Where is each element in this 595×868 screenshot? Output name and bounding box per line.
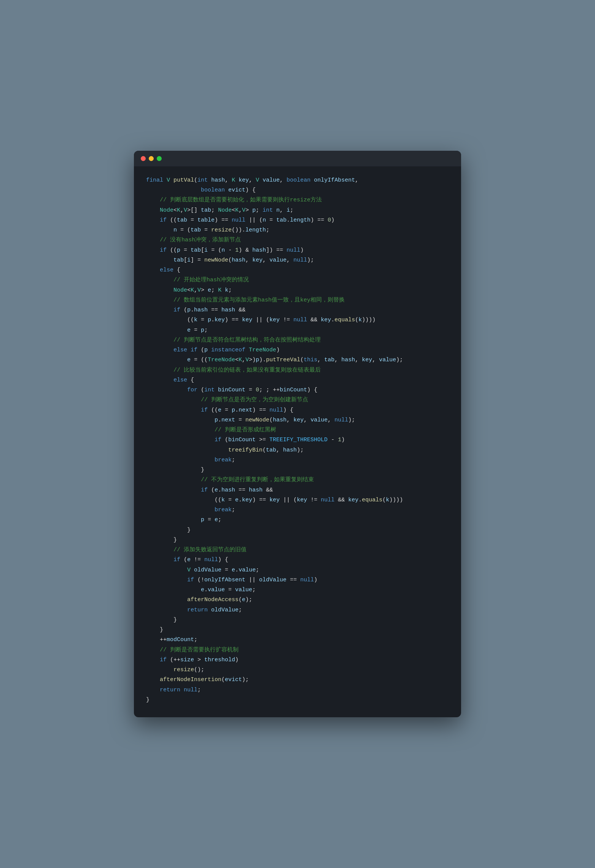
minimize-button[interactable] bbox=[149, 156, 154, 161]
titlebar bbox=[134, 151, 461, 166]
code-content: final V putVal(int hash, K key, V value,… bbox=[134, 166, 461, 717]
maximize-button[interactable] bbox=[157, 156, 162, 161]
close-button[interactable] bbox=[141, 156, 146, 161]
code-editor-window: final V putVal(int hash, K key, V value,… bbox=[134, 151, 461, 717]
